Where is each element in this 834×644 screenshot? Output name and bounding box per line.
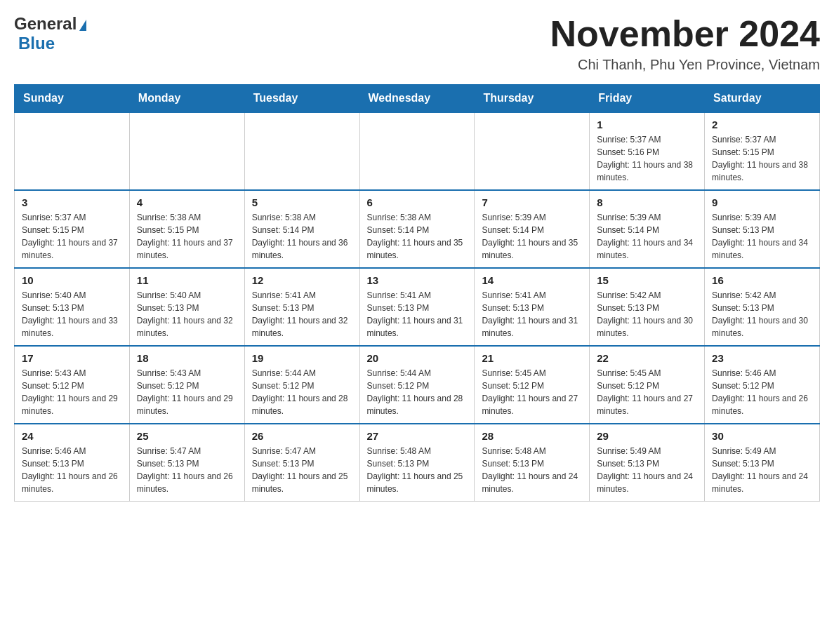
day-number: 21 xyxy=(482,352,582,364)
calendar-cell: 15Sunrise: 5:42 AM Sunset: 5:13 PM Dayli… xyxy=(590,268,705,346)
day-number: 1 xyxy=(597,119,697,130)
calendar-cell: 30Sunrise: 5:49 AM Sunset: 5:13 PM Dayli… xyxy=(705,424,820,502)
calendar-cell: 14Sunrise: 5:41 AM Sunset: 5:13 PM Dayli… xyxy=(475,268,590,346)
day-info: Sunrise: 5:38 AM Sunset: 5:15 PM Dayligh… xyxy=(137,211,237,262)
calendar-cell: 5Sunrise: 5:38 AM Sunset: 5:14 PM Daylig… xyxy=(244,190,359,268)
day-info: Sunrise: 5:44 AM Sunset: 5:12 PM Dayligh… xyxy=(367,367,468,417)
weekday-header-friday: Friday xyxy=(590,85,705,113)
calendar-cell: 8Sunrise: 5:39 AM Sunset: 5:14 PM Daylig… xyxy=(590,190,705,268)
week-row-3: 10Sunrise: 5:40 AM Sunset: 5:13 PM Dayli… xyxy=(15,268,820,346)
calendar-cell xyxy=(244,112,359,190)
week-row-1: 1Sunrise: 5:37 AM Sunset: 5:16 PM Daylig… xyxy=(15,112,820,190)
day-number: 5 xyxy=(252,196,352,208)
calendar-table: SundayMondayTuesdayWednesdayThursdayFrid… xyxy=(14,84,820,502)
day-info: Sunrise: 5:43 AM Sunset: 5:12 PM Dayligh… xyxy=(22,367,122,417)
day-number: 12 xyxy=(252,274,352,286)
day-info: Sunrise: 5:41 AM Sunset: 5:13 PM Dayligh… xyxy=(482,289,582,340)
day-info: Sunrise: 5:47 AM Sunset: 5:13 PM Dayligh… xyxy=(252,445,352,495)
logo: General Blue xyxy=(14,14,86,53)
day-info: Sunrise: 5:47 AM Sunset: 5:13 PM Dayligh… xyxy=(137,445,237,495)
weekday-header-sunday: Sunday xyxy=(15,85,130,113)
calendar-cell: 20Sunrise: 5:44 AM Sunset: 5:12 PM Dayli… xyxy=(359,346,475,424)
day-number: 10 xyxy=(22,274,122,286)
day-number: 23 xyxy=(712,352,812,364)
day-number: 29 xyxy=(597,430,697,442)
weekday-header-thursday: Thursday xyxy=(475,85,590,113)
calendar-cell: 2Sunrise: 5:37 AM Sunset: 5:15 PM Daylig… xyxy=(705,112,820,190)
week-row-5: 24Sunrise: 5:46 AM Sunset: 5:13 PM Dayli… xyxy=(15,424,820,502)
logo-general-text: General xyxy=(14,14,77,34)
day-number: 15 xyxy=(597,274,697,286)
day-info: Sunrise: 5:42 AM Sunset: 5:13 PM Dayligh… xyxy=(597,289,697,340)
day-info: Sunrise: 5:49 AM Sunset: 5:13 PM Dayligh… xyxy=(712,445,812,495)
logo-arrow-icon xyxy=(79,20,86,31)
day-number: 26 xyxy=(252,430,352,442)
calendar-cell: 10Sunrise: 5:40 AM Sunset: 5:13 PM Dayli… xyxy=(15,268,130,346)
month-title: November 2024 xyxy=(550,14,820,54)
calendar-cell: 6Sunrise: 5:38 AM Sunset: 5:14 PM Daylig… xyxy=(359,190,475,268)
day-number: 13 xyxy=(367,274,468,286)
day-info: Sunrise: 5:38 AM Sunset: 5:14 PM Dayligh… xyxy=(252,211,352,262)
day-number: 24 xyxy=(22,430,122,442)
calendar-cell: 12Sunrise: 5:41 AM Sunset: 5:13 PM Dayli… xyxy=(244,268,359,346)
calendar-cell: 11Sunrise: 5:40 AM Sunset: 5:13 PM Dayli… xyxy=(129,268,244,346)
weekday-header-wednesday: Wednesday xyxy=(359,85,475,113)
calendar-cell: 27Sunrise: 5:48 AM Sunset: 5:13 PM Dayli… xyxy=(359,424,475,502)
day-info: Sunrise: 5:42 AM Sunset: 5:13 PM Dayligh… xyxy=(712,289,812,340)
calendar-cell xyxy=(359,112,475,190)
calendar-cell xyxy=(129,112,244,190)
calendar-cell: 17Sunrise: 5:43 AM Sunset: 5:12 PM Dayli… xyxy=(15,346,130,424)
day-number: 9 xyxy=(712,196,812,208)
day-number: 2 xyxy=(712,119,812,130)
calendar-cell: 18Sunrise: 5:43 AM Sunset: 5:12 PM Dayli… xyxy=(129,346,244,424)
calendar-cell: 16Sunrise: 5:42 AM Sunset: 5:13 PM Dayli… xyxy=(705,268,820,346)
calendar-cell: 22Sunrise: 5:45 AM Sunset: 5:12 PM Dayli… xyxy=(590,346,705,424)
day-info: Sunrise: 5:41 AM Sunset: 5:13 PM Dayligh… xyxy=(367,289,468,340)
calendar-cell: 4Sunrise: 5:38 AM Sunset: 5:15 PM Daylig… xyxy=(129,190,244,268)
day-info: Sunrise: 5:41 AM Sunset: 5:13 PM Dayligh… xyxy=(252,289,352,340)
day-number: 16 xyxy=(712,274,812,286)
day-number: 20 xyxy=(367,352,468,364)
day-info: Sunrise: 5:39 AM Sunset: 5:14 PM Dayligh… xyxy=(482,211,582,262)
day-number: 28 xyxy=(482,430,582,442)
calendar-cell: 29Sunrise: 5:49 AM Sunset: 5:13 PM Dayli… xyxy=(590,424,705,502)
day-number: 19 xyxy=(252,352,352,364)
calendar-cell: 28Sunrise: 5:48 AM Sunset: 5:13 PM Dayli… xyxy=(475,424,590,502)
day-number: 11 xyxy=(137,274,237,286)
day-info: Sunrise: 5:46 AM Sunset: 5:12 PM Dayligh… xyxy=(712,367,812,417)
day-info: Sunrise: 5:45 AM Sunset: 5:12 PM Dayligh… xyxy=(597,367,697,417)
day-info: Sunrise: 5:46 AM Sunset: 5:13 PM Dayligh… xyxy=(22,445,122,495)
calendar-cell xyxy=(475,112,590,190)
calendar-cell: 23Sunrise: 5:46 AM Sunset: 5:12 PM Dayli… xyxy=(705,346,820,424)
day-info: Sunrise: 5:40 AM Sunset: 5:13 PM Dayligh… xyxy=(22,289,122,340)
day-info: Sunrise: 5:37 AM Sunset: 5:15 PM Dayligh… xyxy=(712,133,812,184)
day-number: 27 xyxy=(367,430,468,442)
day-info: Sunrise: 5:39 AM Sunset: 5:13 PM Dayligh… xyxy=(712,211,812,262)
calendar-cell: 19Sunrise: 5:44 AM Sunset: 5:12 PM Dayli… xyxy=(244,346,359,424)
day-info: Sunrise: 5:43 AM Sunset: 5:12 PM Dayligh… xyxy=(137,367,237,417)
day-number: 14 xyxy=(482,274,582,286)
day-number: 25 xyxy=(137,430,237,442)
calendar-cell: 7Sunrise: 5:39 AM Sunset: 5:14 PM Daylig… xyxy=(475,190,590,268)
calendar-header-row: SundayMondayTuesdayWednesdayThursdayFrid… xyxy=(15,85,820,113)
day-info: Sunrise: 5:48 AM Sunset: 5:13 PM Dayligh… xyxy=(367,445,468,495)
day-info: Sunrise: 5:44 AM Sunset: 5:12 PM Dayligh… xyxy=(252,367,352,417)
day-number: 30 xyxy=(712,430,812,442)
weekday-header-saturday: Saturday xyxy=(705,85,820,113)
calendar-cell: 26Sunrise: 5:47 AM Sunset: 5:13 PM Dayli… xyxy=(244,424,359,502)
calendar-cell: 3Sunrise: 5:37 AM Sunset: 5:15 PM Daylig… xyxy=(15,190,130,268)
calendar-cell: 9Sunrise: 5:39 AM Sunset: 5:13 PM Daylig… xyxy=(705,190,820,268)
calendar-cell: 21Sunrise: 5:45 AM Sunset: 5:12 PM Dayli… xyxy=(475,346,590,424)
page-header: General Blue November 2024 Chi Thanh, Ph… xyxy=(14,14,820,73)
day-number: 17 xyxy=(22,352,122,364)
day-number: 18 xyxy=(137,352,237,364)
weekday-header-monday: Monday xyxy=(129,85,244,113)
calendar-cell: 25Sunrise: 5:47 AM Sunset: 5:13 PM Dayli… xyxy=(129,424,244,502)
calendar-cell xyxy=(15,112,130,190)
calendar-cell: 1Sunrise: 5:37 AM Sunset: 5:16 PM Daylig… xyxy=(590,112,705,190)
day-number: 6 xyxy=(367,196,468,208)
day-info: Sunrise: 5:45 AM Sunset: 5:12 PM Dayligh… xyxy=(482,367,582,417)
day-info: Sunrise: 5:48 AM Sunset: 5:13 PM Dayligh… xyxy=(482,445,582,495)
weekday-header-tuesday: Tuesday xyxy=(244,85,359,113)
day-info: Sunrise: 5:37 AM Sunset: 5:16 PM Dayligh… xyxy=(597,133,697,184)
